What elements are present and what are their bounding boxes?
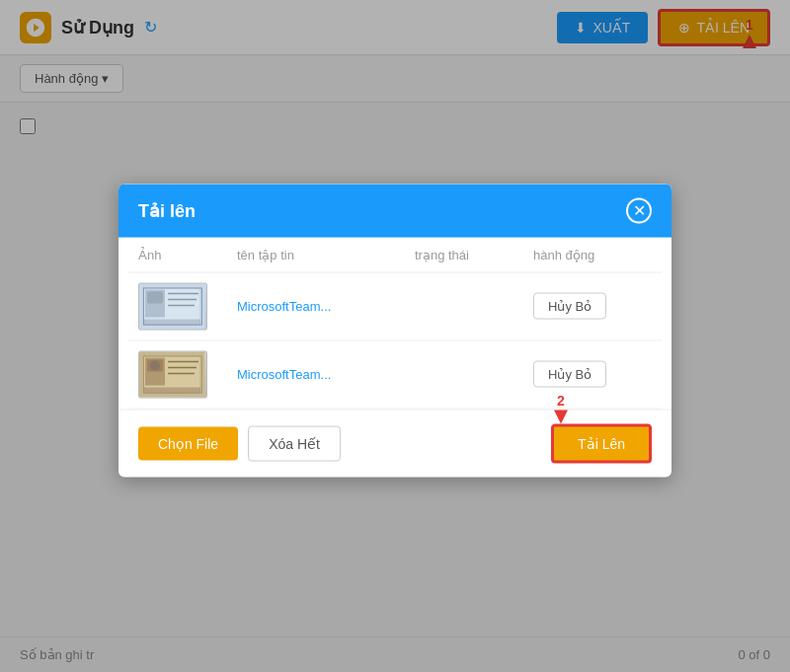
clear-all-button[interactable]: Xóa Hết — [248, 425, 341, 461]
upload-modal: Tải lên ✕ Ảnh tên tập tin trạng thái hàn… — [118, 184, 672, 477]
modal-body: Ảnh tên tập tin trạng thái hành động — [118, 237, 672, 409]
svg-rect-16 — [143, 387, 200, 393]
action-cell-1: Hủy Bỏ — [533, 293, 652, 320]
svg-rect-8 — [139, 351, 204, 397]
modal-header: Tải lên ✕ — [118, 184, 672, 237]
modal-close-button[interactable]: ✕ — [626, 197, 652, 223]
arrow-down-icon — [554, 410, 568, 423]
col-anh: Ảnh — [138, 247, 237, 261]
svg-rect-10 — [145, 357, 165, 385]
table-row: MicrosoftTeam... Hủy Bỏ — [128, 272, 662, 340]
svg-rect-3 — [147, 291, 163, 303]
modal-table: Ảnh tên tập tin trạng thái hành động — [118, 237, 672, 409]
svg-rect-9 — [143, 355, 200, 393]
table-header: Ảnh tên tập tin trạng thái hành động — [128, 237, 662, 272]
upload-modal-button[interactable]: Tải Lên — [551, 423, 652, 463]
id-card-image-2 — [139, 351, 206, 397]
svg-point-12 — [150, 360, 160, 370]
col-trang-thai: trạng thái — [415, 247, 533, 261]
choose-file-button[interactable]: Chọn File — [138, 426, 238, 460]
svg-rect-11 — [147, 359, 163, 371]
svg-rect-0 — [139, 283, 204, 329]
svg-rect-2 — [145, 289, 165, 317]
id-card-image-1 — [139, 283, 206, 329]
cancel-button-2[interactable]: Hủy Bỏ — [533, 361, 606, 388]
table-row: MicrosoftTeam... Hủy Bỏ — [128, 340, 662, 409]
file-thumbnail-1 — [138, 282, 207, 330]
file-name-2: MicrosoftTeam... — [237, 367, 415, 382]
col-ten-tap-tin: tên tập tin — [237, 247, 415, 261]
svg-rect-7 — [143, 319, 200, 325]
modal-footer: Chọn File Xóa Hết 2 Tải Lên — [118, 409, 672, 477]
svg-rect-1 — [143, 287, 200, 325]
tai-len-wrapper: 2 Tải Lên — [551, 423, 652, 463]
file-thumbnail-2 — [138, 350, 207, 398]
close-icon: ✕ — [633, 202, 646, 218]
action-cell-2: Hủy Bỏ — [533, 361, 652, 388]
file-name-1: MicrosoftTeam... — [237, 299, 415, 314]
cancel-button-1[interactable]: Hủy Bỏ — [533, 293, 606, 320]
col-hanh-dong: hành động — [533, 247, 652, 261]
modal-title: Tải lên — [138, 199, 196, 221]
